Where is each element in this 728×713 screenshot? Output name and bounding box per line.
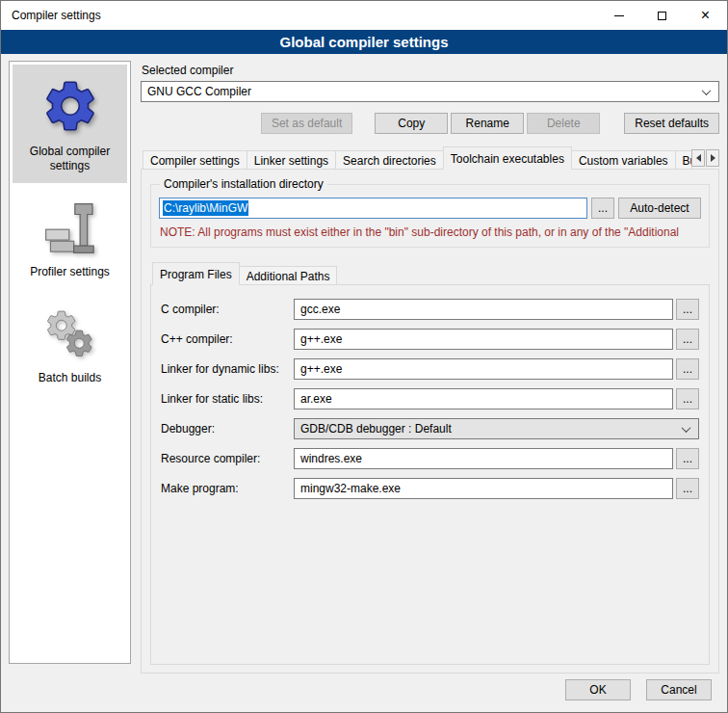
main-area: Selected compiler GNU GCC Compiler Set a… <box>141 61 719 673</box>
make-program-input[interactable] <box>294 478 673 499</box>
installation-directory-row: C:\raylib\MinGW ... Auto-detect <box>159 198 701 219</box>
cpp-compiler-label: C++ compiler: <box>161 332 294 346</box>
compiler-settings-dialog: Compiler settings × Global compiler sett… <box>0 0 728 713</box>
toolchain-executables-panel: Compiler's installation directory C:\ray… <box>141 169 719 673</box>
make-program-row: Make program: ... <box>161 478 699 499</box>
cpp-compiler-input[interactable] <box>294 329 673 350</box>
program-files-panel: C compiler: ... C++ compiler: ... Linker… <box>150 284 710 665</box>
installation-directory-browse-button[interactable]: ... <box>591 198 614 219</box>
dialog-body: Global compiler settings Profiler settin… <box>1 54 727 673</box>
maximize-icon <box>658 12 666 20</box>
c-compiler-label: C compiler: <box>161 303 294 316</box>
arrow-right-icon <box>711 154 715 162</box>
resource-compiler-row: Resource compiler: ... <box>161 448 699 469</box>
profiler-clamp-icon <box>42 200 98 256</box>
tab-compiler-settings[interactable]: Compiler settings <box>143 150 247 170</box>
blue-gear-icon <box>40 76 100 136</box>
cancel-button[interactable]: Cancel <box>646 679 712 700</box>
executables-tabstrip: Program Files Additional Paths <box>150 262 710 285</box>
c-compiler-browse-button[interactable]: ... <box>676 299 699 320</box>
sidebar-item-profiler-settings[interactable]: Profiler settings <box>13 189 127 289</box>
tab-custom-variables[interactable]: Custom variables <box>571 150 676 170</box>
copy-button[interactable]: Copy <box>375 113 448 134</box>
static-linker-row: Linker for static libs: ... <box>161 388 699 409</box>
dialog-banner: Global compiler settings <box>1 30 727 54</box>
installation-note: NOTE: All programs must exist either in … <box>160 225 700 239</box>
rename-button[interactable]: Rename <box>451 113 524 134</box>
static-linker-input[interactable] <box>294 388 673 409</box>
installation-directory-group-label: Compiler's installation directory <box>160 177 327 191</box>
close-icon: × <box>701 8 710 23</box>
selected-compiler-select[interactable]: GNU GCC Compiler <box>141 81 719 102</box>
sidebar-item-label: Profiler settings <box>30 265 110 279</box>
settings-category-sidebar: Global compiler settings Profiler settin… <box>9 61 131 664</box>
c-compiler-row: C compiler: ... <box>161 299 699 320</box>
tab-program-files[interactable]: Program Files <box>152 262 240 285</box>
chevron-down-icon <box>682 423 691 433</box>
installation-directory-input[interactable]: C:\raylib\MinGW <box>159 198 587 219</box>
tab-scroll-left-button[interactable] <box>691 149 705 167</box>
cpp-compiler-row: C++ compiler: ... <box>161 329 699 350</box>
sidebar-item-global-compiler-settings[interactable]: Global compiler settings <box>13 65 127 183</box>
dialog-banner-title: Global compiler settings <box>279 34 448 50</box>
tab-search-directories[interactable]: Search directories <box>335 150 444 170</box>
chevron-down-icon <box>702 86 712 95</box>
sidebar-item-label: Global compiler settings <box>16 145 123 173</box>
maximize-button[interactable] <box>640 1 684 30</box>
ok-button[interactable]: OK <box>565 679 631 700</box>
tab-scroll-right-button[interactable] <box>706 149 719 167</box>
tab-linker-settings[interactable]: Linker settings <box>247 150 336 170</box>
auto-detect-button[interactable]: Auto-detect <box>618 198 701 219</box>
arrow-left-icon <box>696 154 701 162</box>
tab-toolchain-executables[interactable]: Toolchain executables <box>443 146 572 170</box>
make-program-label: Make program: <box>161 482 294 495</box>
debugger-value: GDB/CDB debugger : Default <box>300 422 452 436</box>
tab-additional-paths[interactable]: Additional Paths <box>239 266 338 285</box>
debugger-select[interactable]: GDB/CDB debugger : Default <box>294 418 699 439</box>
c-compiler-input[interactable] <box>294 299 673 320</box>
installation-directory-value: C:\raylib\MinGW <box>163 200 248 216</box>
dialog-footer: OK Cancel <box>1 673 727 712</box>
dynamic-linker-browse-button[interactable]: ... <box>676 358 699 380</box>
minimize-icon <box>614 15 624 16</box>
dynamic-linker-label: Linker for dynamic libs: <box>161 362 294 376</box>
dynamic-linker-row: Linker for dynamic libs: ... <box>161 358 699 380</box>
close-button[interactable]: × <box>684 1 727 30</box>
resource-compiler-input[interactable] <box>294 448 673 469</box>
batch-builds-gears-icon <box>42 306 98 362</box>
debugger-label: Debugger: <box>161 422 294 436</box>
installation-directory-group: Compiler's installation directory C:\ray… <box>150 184 710 248</box>
settings-tabstrip: Compiler settings Linker settings Search… <box>141 146 719 170</box>
minimize-button[interactable] <box>597 1 640 30</box>
reset-defaults-button[interactable]: Reset defaults <box>624 113 719 134</box>
compiler-actions: Set as default Copy Rename Delete Reset … <box>141 113 719 134</box>
titlebar: Compiler settings × <box>1 1 727 30</box>
window-title: Compiler settings <box>1 9 101 22</box>
sidebar-item-batch-builds[interactable]: Batch builds <box>13 295 127 395</box>
cpp-compiler-browse-button[interactable]: ... <box>676 329 699 350</box>
static-linker-browse-button[interactable]: ... <box>676 388 699 409</box>
tab-scroll-controls <box>691 149 719 167</box>
make-program-browse-button[interactable]: ... <box>676 478 699 499</box>
window-controls: × <box>597 1 727 30</box>
resource-compiler-label: Resource compiler: <box>161 452 294 465</box>
selected-compiler-value: GNU GCC Compiler <box>147 85 251 98</box>
selected-compiler-label: Selected compiler <box>142 64 719 77</box>
set-as-default-button[interactable]: Set as default <box>261 113 352 134</box>
delete-button[interactable]: Delete <box>527 113 600 134</box>
static-linker-label: Linker for static libs: <box>161 392 294 406</box>
sidebar-item-label: Batch builds <box>39 371 101 385</box>
resource-compiler-browse-button[interactable]: ... <box>676 448 699 469</box>
debugger-row: Debugger: GDB/CDB debugger : Default <box>161 418 699 439</box>
tab-build-options[interactable]: Build options <box>675 150 692 170</box>
dynamic-linker-input[interactable] <box>294 358 673 380</box>
